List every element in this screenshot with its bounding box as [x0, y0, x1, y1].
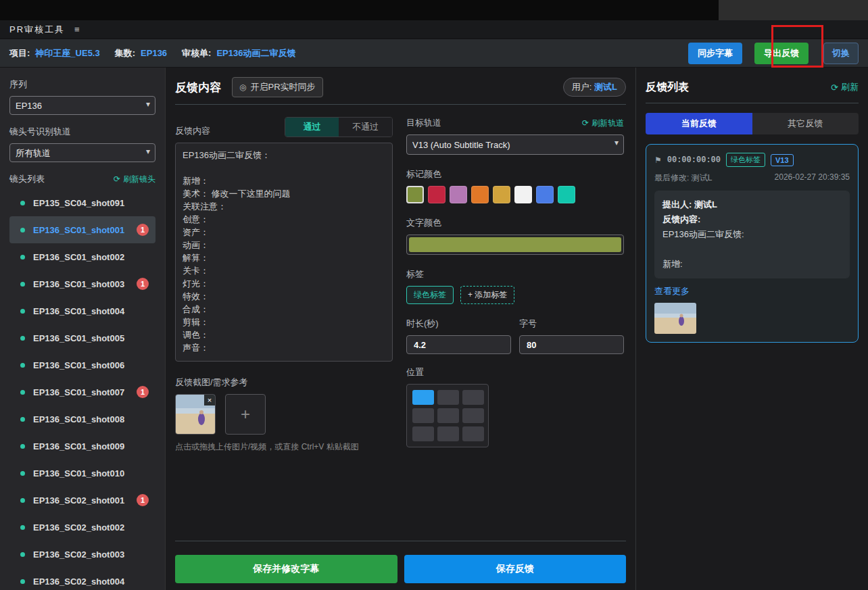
position-cell[interactable] — [437, 390, 459, 405]
feedback-count-badge: 1 — [137, 494, 149, 506]
tab-pass[interactable]: 通过 — [285, 118, 339, 137]
view-more-link[interactable]: 查看更多 — [654, 285, 690, 297]
window-fragment — [719, 0, 868, 20]
last-modified-time: 2026-02-27 20:39:35 — [775, 172, 850, 184]
mark-color-label: 标记颜色 — [406, 168, 624, 180]
feedback-card[interactable]: ⚑ 00:00:00:00 绿色标签 V13 最后修改: 测试L 2026-02… — [646, 144, 859, 343]
mark-color-swatches — [406, 186, 624, 203]
shot-list-item[interactable]: EP136_SC01_shot006 — [9, 351, 155, 378]
shot-bullet-icon — [20, 498, 25, 503]
position-cell[interactable] — [437, 426, 459, 441]
position-cell[interactable] — [412, 390, 434, 405]
tab-fail[interactable]: 不通过 — [339, 118, 392, 137]
shot-name: EP135_SC04_shot091 — [33, 198, 124, 208]
feedback-text-column: 反馈内容 通过 不通过 EP136动画二审反馈： 新增： 美术： 修改一下这里的… — [175, 117, 393, 453]
fontsize-input[interactable] — [519, 335, 624, 354]
position-grid — [406, 384, 489, 447]
mark-color-swatch[interactable] — [450, 186, 467, 203]
mark-color-swatch[interactable] — [428, 186, 445, 203]
shot-bullet-icon — [20, 228, 25, 232]
refresh-shots-link[interactable]: ⟳ 刷新镜头 — [114, 174, 155, 185]
mark-color-swatch[interactable] — [471, 186, 489, 203]
track-recognition-select[interactable]: 所有轨道 — [9, 143, 155, 162]
shot-bullet-icon — [20, 552, 25, 557]
pr-realtime-sync-button[interactable]: ◎ 开启PR实时同步 — [232, 77, 323, 97]
close-icon[interactable]: × — [204, 395, 215, 405]
mark-color-swatch[interactable] — [514, 186, 532, 203]
switch-button[interactable]: 切换 — [823, 43, 859, 64]
shot-list-item[interactable]: EP136_SC01_shot005 — [9, 324, 155, 351]
text-color-picker[interactable] — [406, 235, 624, 255]
refresh-feedback-link[interactable]: ⟳ 刷新 — [831, 81, 859, 93]
shot-list-label: 镜头列表 — [9, 173, 45, 185]
shot-list-item[interactable]: EP136_SC01_shot008 — [9, 405, 155, 433]
save-feedback-button[interactable]: 保存反馈 — [404, 555, 627, 583]
refresh-icon: ⟳ — [114, 174, 120, 184]
shot-bullet-icon — [20, 417, 25, 422]
shot-name: EP136_SC01_shot008 — [33, 414, 124, 424]
shot-list-item[interactable]: EP136_SC01_shot010 — [9, 460, 155, 487]
add-tag-button[interactable]: + 添加标签 — [460, 286, 514, 304]
shot-list-item[interactable]: EP136_SC01_shot004 — [9, 297, 155, 324]
tab-current-feedback[interactable]: 当前反馈 — [646, 113, 752, 134]
shot-name: EP136_SC01_shot005 — [33, 333, 124, 343]
feedback-list-title: 反馈列表 — [646, 80, 689, 95]
menu-icon[interactable]: ≡ — [74, 24, 80, 34]
feedback-count-badge: 1 — [137, 386, 149, 398]
mark-color-swatch[interactable] — [536, 186, 554, 203]
feedback-count-badge: 1 — [137, 278, 149, 290]
shot-list-item[interactable]: EP136_SC02_shot0011 — [9, 487, 155, 514]
mark-color-swatch[interactable] — [406, 186, 424, 203]
shot-sidebar: 序列 EP136 ▾ 镜头号识别轨道 所有轨道 ▾ 镜头列表 ⟳ 刷新镜头 — [0, 68, 166, 590]
shot-list-item[interactable]: EP136_SC01_shot0031 — [9, 270, 155, 297]
last-modified-label: 最后修改: 测试L — [654, 172, 712, 184]
shot-list-item[interactable]: EP136_SC02_shot004 — [9, 568, 155, 590]
shot-list: EP135_SC04_shot091EP136_SC01_shot0011EP1… — [9, 189, 155, 590]
shot-list-item[interactable]: EP136_SC01_shot0071 — [9, 378, 155, 405]
project-label: 项目: — [9, 47, 30, 59]
author-label: 提出人: 测试L — [662, 197, 842, 212]
shot-list-item[interactable]: EP136_SC01_shot0011 — [9, 216, 155, 243]
position-cell[interactable] — [437, 408, 459, 423]
mark-color-swatch[interactable] — [493, 186, 510, 203]
project-value: 神印王座_UE5.3 — [35, 47, 99, 59]
uploaded-screenshot-thumbnail[interactable]: × — [175, 394, 216, 435]
shot-name: EP136_SC01_shot006 — [33, 360, 124, 370]
feedback-tabs: 当前反馈 其它反馈 — [646, 113, 859, 134]
track-chip: V13 — [771, 154, 794, 166]
shot-list-item[interactable]: EP136_SC02_shot003 — [9, 541, 155, 568]
mark-color-swatch[interactable] — [558, 186, 575, 203]
duration-input[interactable] — [406, 335, 511, 354]
position-cell[interactable] — [412, 426, 434, 441]
save-and-modify-subtitle-button[interactable]: 保存并修改字幕 — [175, 555, 397, 583]
feedback-thumbnail[interactable] — [654, 303, 696, 334]
pass-fail-tabs: 通过 不通过 — [285, 117, 393, 137]
os-top-strip — [0, 0, 868, 20]
shot-list-item[interactable]: EP136_SC01_shot009 — [9, 433, 155, 460]
position-cell[interactable] — [462, 390, 484, 405]
sequence-select[interactable]: EP136 — [9, 96, 155, 115]
app-title: PR审核工具 — [9, 24, 65, 36]
export-feedback-button[interactable]: 导出反馈 — [754, 43, 809, 64]
tab-other-feedback[interactable]: 其它反馈 — [752, 113, 859, 134]
add-screenshot-button[interactable]: + — [225, 394, 266, 435]
text-color-fill — [409, 237, 621, 252]
feedback-textarea[interactable]: EP136动画二审反馈： 新增： 美术： 修改一下这里的问题 关联注意： 创意：… — [175, 143, 393, 362]
position-cell[interactable] — [412, 408, 434, 423]
page-title: 反馈内容 — [175, 80, 221, 95]
tag-green-chip[interactable]: 绿色标签 — [406, 286, 454, 304]
app-titlebar: PR审核工具 ≡ — [0, 20, 868, 39]
target-track-select[interactable]: V13 (Auto Subtitle Track) — [406, 134, 624, 155]
refresh-track-link[interactable]: ⟳ 刷新轨道 — [582, 118, 624, 129]
shot-name: EP136_SC02_shot003 — [33, 549, 124, 560]
shot-bullet-icon — [20, 579, 25, 584]
position-cell[interactable] — [462, 408, 484, 423]
shot-bullet-icon — [20, 363, 25, 368]
shot-list-item[interactable]: EP136_SC02_shot002 — [9, 514, 155, 541]
shot-list-item[interactable]: EP136_SC01_shot002 — [9, 243, 155, 270]
sync-subtitle-button[interactable]: 同步字幕 — [688, 43, 742, 64]
shot-bullet-icon — [20, 255, 25, 260]
shot-list-item[interactable]: EP135_SC04_shot091 — [9, 189, 155, 216]
position-cell[interactable] — [462, 426, 484, 441]
text-color-label: 文字颜色 — [406, 217, 624, 229]
